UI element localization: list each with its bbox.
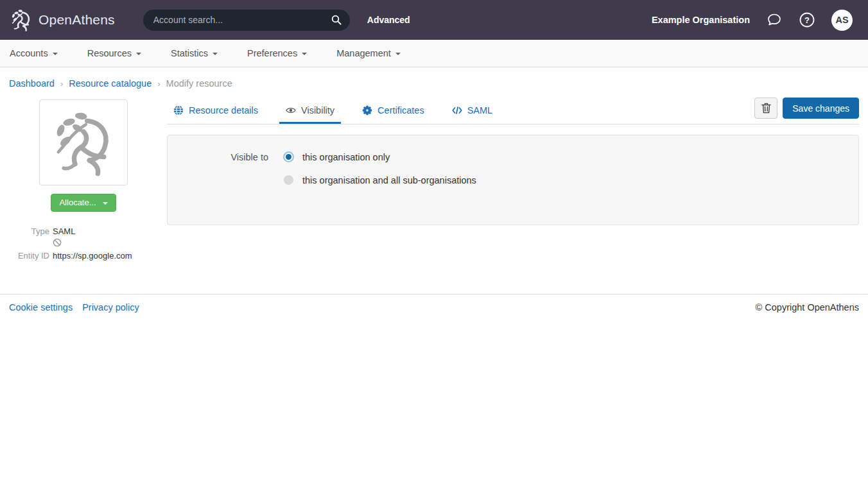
- chevron-down-icon: [302, 53, 307, 55]
- user-avatar[interactable]: AS: [831, 10, 853, 31]
- account-search-input[interactable]: [153, 15, 331, 25]
- content: Allocate... Type SAML Entity ID https://…: [0, 97, 868, 294]
- visibility-panel: Visible to this organisation only this o…: [167, 135, 859, 225]
- option-this-organisation-only[interactable]: this organisation only: [283, 151, 390, 162]
- option-label: this organisation and all sub-organisati…: [302, 175, 476, 185]
- breadcrumb-separator: ›: [157, 79, 160, 89]
- breadcrumb-dashboard[interactable]: Dashboard: [9, 78, 55, 89]
- tab-saml[interactable]: SAML: [446, 97, 499, 124]
- type-value: SAML: [53, 227, 75, 236]
- athena-head-icon: [9, 7, 33, 33]
- footer-links: Cookie settings Privacy policy: [9, 302, 139, 312]
- topbar-right: Example Organisation ? AS: [652, 10, 853, 31]
- tab-label: SAML: [467, 105, 493, 115]
- entity-id-label: Entity ID: [9, 251, 49, 261]
- allocate-label: Allocate...: [59, 198, 96, 207]
- svg-text:?: ?: [804, 15, 810, 25]
- openathens-logo[interactable]: OpenAthens: [9, 7, 115, 33]
- type-row: Type SAML: [9, 227, 158, 236]
- topbar: OpenAthens Advanced Example Organisation…: [0, 0, 868, 40]
- tab-label: Resource details: [189, 105, 258, 115]
- tab-certificates[interactable]: Certificates: [356, 97, 431, 124]
- breadcrumb-current: Modify resource: [166, 78, 232, 89]
- copyright-text: © Copyright OpenAthens: [756, 302, 859, 312]
- chat-bubble-icon: [766, 12, 783, 28]
- save-changes-button[interactable]: Save changes: [783, 98, 859, 119]
- breadcrumb-separator: ›: [60, 79, 63, 89]
- cookie-settings-link[interactable]: Cookie settings: [9, 302, 73, 312]
- type-label: Type: [9, 227, 49, 236]
- code-icon: [452, 105, 462, 115]
- chat-button[interactable]: [766, 12, 783, 28]
- help-button[interactable]: ?: [799, 12, 815, 28]
- blocked-icon: [53, 238, 62, 247]
- nav-label: Accounts: [10, 48, 48, 58]
- nav-statistics[interactable]: Statistics: [171, 48, 218, 58]
- footer: Cookie settings Privacy policy © Copyrig…: [0, 294, 868, 320]
- nav-label: Resources: [87, 48, 132, 58]
- visibility-option-row: this organisation and all sub-organisati…: [168, 175, 858, 185]
- allocate-button[interactable]: Allocate...: [51, 194, 116, 212]
- account-search: [143, 10, 350, 31]
- entity-id-value: https://sp.google.com: [53, 251, 132, 261]
- chevron-down-icon: [395, 53, 401, 55]
- athena-logo: [48, 107, 119, 178]
- trash-icon: [761, 103, 771, 114]
- chevron-down-icon: [103, 202, 108, 205]
- tab-label: Certificates: [378, 105, 424, 115]
- tab-actions: Save changes: [754, 98, 859, 123]
- resource-sidebar: Allocate... Type SAML Entity ID https://…: [9, 97, 158, 262]
- resource-details: Type SAML Entity ID https://sp.google.co…: [9, 227, 158, 261]
- tab-resource-details[interactable]: Resource details: [167, 97, 265, 124]
- nav-resources[interactable]: Resources: [87, 48, 141, 58]
- tab-visibility[interactable]: Visibility: [279, 97, 341, 124]
- main-navigation: Accounts Resources Statistics Preference…: [0, 40, 868, 67]
- tab-bar: Resource details Visibility: [167, 97, 859, 124]
- nav-label: Statistics: [171, 48, 208, 58]
- chevron-down-icon: [136, 53, 141, 55]
- nav-preferences[interactable]: Preferences: [247, 48, 307, 58]
- type-status-row: [9, 238, 158, 247]
- main-panel: Resource details Visibility: [167, 97, 859, 225]
- nav-label: Preferences: [247, 48, 297, 58]
- option-all-sub-organisations[interactable]: this organisation and all sub-organisati…: [283, 175, 476, 185]
- nav-label: Management: [336, 48, 391, 58]
- radio-selected-icon[interactable]: [283, 151, 294, 162]
- tab-label: Visibility: [301, 105, 334, 115]
- help-icon: ?: [799, 12, 815, 28]
- globe-icon: [173, 105, 184, 115]
- delete-resource-button[interactable]: [754, 98, 777, 119]
- resource-image: [39, 99, 128, 185]
- eye-icon: [286, 105, 296, 115]
- breadcrumb-resource-catalogue[interactable]: Resource catalogue: [69, 78, 152, 89]
- visibility-option-row: Visible to this organisation only: [168, 151, 858, 162]
- visible-to-label: Visible to: [168, 152, 283, 162]
- privacy-policy-link[interactable]: Privacy policy: [82, 302, 139, 312]
- advanced-search-link[interactable]: Advanced: [367, 15, 410, 25]
- nav-management[interactable]: Management: [336, 48, 401, 58]
- certificate-icon: [362, 105, 372, 115]
- option-label: this organisation only: [302, 152, 390, 162]
- organisation-name[interactable]: Example Organisation: [652, 15, 750, 25]
- search-icon[interactable]: [331, 15, 342, 25]
- radio-disabled-icon[interactable]: [284, 175, 293, 185]
- chevron-down-icon: [53, 53, 58, 55]
- breadcrumb: Dashboard › Resource catalogue › Modify …: [0, 67, 868, 97]
- entity-id-row: Entity ID https://sp.google.com: [9, 251, 158, 261]
- nav-accounts[interactable]: Accounts: [10, 48, 58, 58]
- brand-name: OpenAthens: [39, 12, 115, 28]
- chevron-down-icon: [213, 53, 218, 55]
